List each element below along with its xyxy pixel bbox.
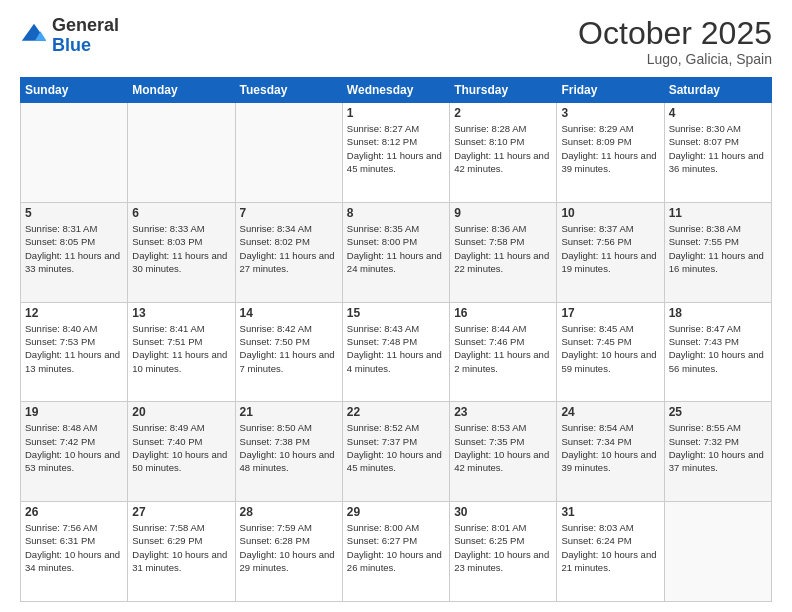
- calendar-cell: 15Sunrise: 8:43 AM Sunset: 7:48 PM Dayli…: [342, 302, 449, 402]
- day-info: Sunrise: 8:34 AM Sunset: 8:02 PM Dayligh…: [240, 222, 338, 275]
- day-number: 7: [240, 206, 338, 220]
- day-info: Sunrise: 8:43 AM Sunset: 7:48 PM Dayligh…: [347, 322, 445, 375]
- day-info: Sunrise: 8:41 AM Sunset: 7:51 PM Dayligh…: [132, 322, 230, 375]
- day-info: Sunrise: 8:52 AM Sunset: 7:37 PM Dayligh…: [347, 421, 445, 474]
- day-number: 3: [561, 106, 659, 120]
- day-number: 30: [454, 505, 552, 519]
- col-header-saturday: Saturday: [664, 78, 771, 103]
- calendar-cell: 4Sunrise: 8:30 AM Sunset: 8:07 PM Daylig…: [664, 103, 771, 203]
- calendar-cell: 27Sunrise: 7:58 AM Sunset: 6:29 PM Dayli…: [128, 502, 235, 602]
- day-number: 10: [561, 206, 659, 220]
- day-info: Sunrise: 8:01 AM Sunset: 6:25 PM Dayligh…: [454, 521, 552, 574]
- calendar-cell: 17Sunrise: 8:45 AM Sunset: 7:45 PM Dayli…: [557, 302, 664, 402]
- day-info: Sunrise: 8:48 AM Sunset: 7:42 PM Dayligh…: [25, 421, 123, 474]
- calendar-cell: 10Sunrise: 8:37 AM Sunset: 7:56 PM Dayli…: [557, 202, 664, 302]
- calendar-cell: 19Sunrise: 8:48 AM Sunset: 7:42 PM Dayli…: [21, 402, 128, 502]
- day-number: 11: [669, 206, 767, 220]
- day-number: 12: [25, 306, 123, 320]
- day-number: 8: [347, 206, 445, 220]
- calendar-cell: 8Sunrise: 8:35 AM Sunset: 8:00 PM Daylig…: [342, 202, 449, 302]
- calendar-cell: 11Sunrise: 8:38 AM Sunset: 7:55 PM Dayli…: [664, 202, 771, 302]
- day-info: Sunrise: 8:30 AM Sunset: 8:07 PM Dayligh…: [669, 122, 767, 175]
- calendar-table: SundayMondayTuesdayWednesdayThursdayFrid…: [20, 77, 772, 602]
- calendar-cell: 21Sunrise: 8:50 AM Sunset: 7:38 PM Dayli…: [235, 402, 342, 502]
- calendar-cell: 14Sunrise: 8:42 AM Sunset: 7:50 PM Dayli…: [235, 302, 342, 402]
- day-info: Sunrise: 8:37 AM Sunset: 7:56 PM Dayligh…: [561, 222, 659, 275]
- day-number: 4: [669, 106, 767, 120]
- day-info: Sunrise: 8:40 AM Sunset: 7:53 PM Dayligh…: [25, 322, 123, 375]
- day-info: Sunrise: 8:42 AM Sunset: 7:50 PM Dayligh…: [240, 322, 338, 375]
- logo-text: General Blue: [52, 16, 119, 56]
- calendar-cell: 3Sunrise: 8:29 AM Sunset: 8:09 PM Daylig…: [557, 103, 664, 203]
- day-number: 25: [669, 405, 767, 419]
- day-info: Sunrise: 8:55 AM Sunset: 7:32 PM Dayligh…: [669, 421, 767, 474]
- day-number: 22: [347, 405, 445, 419]
- calendar-cell: 6Sunrise: 8:33 AM Sunset: 8:03 PM Daylig…: [128, 202, 235, 302]
- day-number: 14: [240, 306, 338, 320]
- day-number: 26: [25, 505, 123, 519]
- calendar-cell: 13Sunrise: 8:41 AM Sunset: 7:51 PM Dayli…: [128, 302, 235, 402]
- col-header-thursday: Thursday: [450, 78, 557, 103]
- calendar-cell: 5Sunrise: 8:31 AM Sunset: 8:05 PM Daylig…: [21, 202, 128, 302]
- calendar-cell: 25Sunrise: 8:55 AM Sunset: 7:32 PM Dayli…: [664, 402, 771, 502]
- logo-blue: Blue: [52, 35, 91, 55]
- day-info: Sunrise: 8:49 AM Sunset: 7:40 PM Dayligh…: [132, 421, 230, 474]
- day-info: Sunrise: 8:00 AM Sunset: 6:27 PM Dayligh…: [347, 521, 445, 574]
- calendar-cell: 29Sunrise: 8:00 AM Sunset: 6:27 PM Dayli…: [342, 502, 449, 602]
- day-number: 13: [132, 306, 230, 320]
- day-number: 28: [240, 505, 338, 519]
- day-info: Sunrise: 8:31 AM Sunset: 8:05 PM Dayligh…: [25, 222, 123, 275]
- day-info: Sunrise: 8:03 AM Sunset: 6:24 PM Dayligh…: [561, 521, 659, 574]
- logo: General Blue: [20, 16, 119, 56]
- day-info: Sunrise: 8:35 AM Sunset: 8:00 PM Dayligh…: [347, 222, 445, 275]
- day-number: 23: [454, 405, 552, 419]
- calendar-cell: [21, 103, 128, 203]
- calendar-cell: [128, 103, 235, 203]
- day-number: 15: [347, 306, 445, 320]
- calendar-week-row: 5Sunrise: 8:31 AM Sunset: 8:05 PM Daylig…: [21, 202, 772, 302]
- day-number: 6: [132, 206, 230, 220]
- day-info: Sunrise: 8:33 AM Sunset: 8:03 PM Dayligh…: [132, 222, 230, 275]
- col-header-monday: Monday: [128, 78, 235, 103]
- calendar-cell: 9Sunrise: 8:36 AM Sunset: 7:58 PM Daylig…: [450, 202, 557, 302]
- day-info: Sunrise: 7:58 AM Sunset: 6:29 PM Dayligh…: [132, 521, 230, 574]
- month-title: October 2025: [578, 16, 772, 51]
- day-info: Sunrise: 8:44 AM Sunset: 7:46 PM Dayligh…: [454, 322, 552, 375]
- day-number: 31: [561, 505, 659, 519]
- calendar-cell: 16Sunrise: 8:44 AM Sunset: 7:46 PM Dayli…: [450, 302, 557, 402]
- calendar-cell: 20Sunrise: 8:49 AM Sunset: 7:40 PM Dayli…: [128, 402, 235, 502]
- calendar-cell: 30Sunrise: 8:01 AM Sunset: 6:25 PM Dayli…: [450, 502, 557, 602]
- col-header-friday: Friday: [557, 78, 664, 103]
- col-header-wednesday: Wednesday: [342, 78, 449, 103]
- day-number: 9: [454, 206, 552, 220]
- calendar-cell: 28Sunrise: 7:59 AM Sunset: 6:28 PM Dayli…: [235, 502, 342, 602]
- calendar-cell: 12Sunrise: 8:40 AM Sunset: 7:53 PM Dayli…: [21, 302, 128, 402]
- day-number: 5: [25, 206, 123, 220]
- logo-icon: [20, 22, 48, 50]
- day-info: Sunrise: 8:54 AM Sunset: 7:34 PM Dayligh…: [561, 421, 659, 474]
- calendar-week-row: 19Sunrise: 8:48 AM Sunset: 7:42 PM Dayli…: [21, 402, 772, 502]
- day-info: Sunrise: 8:38 AM Sunset: 7:55 PM Dayligh…: [669, 222, 767, 275]
- col-header-sunday: Sunday: [21, 78, 128, 103]
- day-number: 16: [454, 306, 552, 320]
- calendar-cell: 2Sunrise: 8:28 AM Sunset: 8:10 PM Daylig…: [450, 103, 557, 203]
- day-number: 17: [561, 306, 659, 320]
- calendar-cell: [235, 103, 342, 203]
- calendar-cell: 1Sunrise: 8:27 AM Sunset: 8:12 PM Daylig…: [342, 103, 449, 203]
- day-number: 19: [25, 405, 123, 419]
- day-info: Sunrise: 8:53 AM Sunset: 7:35 PM Dayligh…: [454, 421, 552, 474]
- calendar-cell: 24Sunrise: 8:54 AM Sunset: 7:34 PM Dayli…: [557, 402, 664, 502]
- day-info: Sunrise: 8:29 AM Sunset: 8:09 PM Dayligh…: [561, 122, 659, 175]
- page: General Blue October 2025 Lugo, Galicia,…: [0, 0, 792, 612]
- day-info: Sunrise: 8:27 AM Sunset: 8:12 PM Dayligh…: [347, 122, 445, 175]
- calendar-cell: 7Sunrise: 8:34 AM Sunset: 8:02 PM Daylig…: [235, 202, 342, 302]
- location: Lugo, Galicia, Spain: [578, 51, 772, 67]
- day-number: 24: [561, 405, 659, 419]
- calendar-cell: 31Sunrise: 8:03 AM Sunset: 6:24 PM Dayli…: [557, 502, 664, 602]
- day-info: Sunrise: 7:59 AM Sunset: 6:28 PM Dayligh…: [240, 521, 338, 574]
- calendar-week-row: 1Sunrise: 8:27 AM Sunset: 8:12 PM Daylig…: [21, 103, 772, 203]
- calendar-cell: 23Sunrise: 8:53 AM Sunset: 7:35 PM Dayli…: [450, 402, 557, 502]
- day-number: 20: [132, 405, 230, 419]
- header: General Blue October 2025 Lugo, Galicia,…: [20, 16, 772, 67]
- day-info: Sunrise: 8:36 AM Sunset: 7:58 PM Dayligh…: [454, 222, 552, 275]
